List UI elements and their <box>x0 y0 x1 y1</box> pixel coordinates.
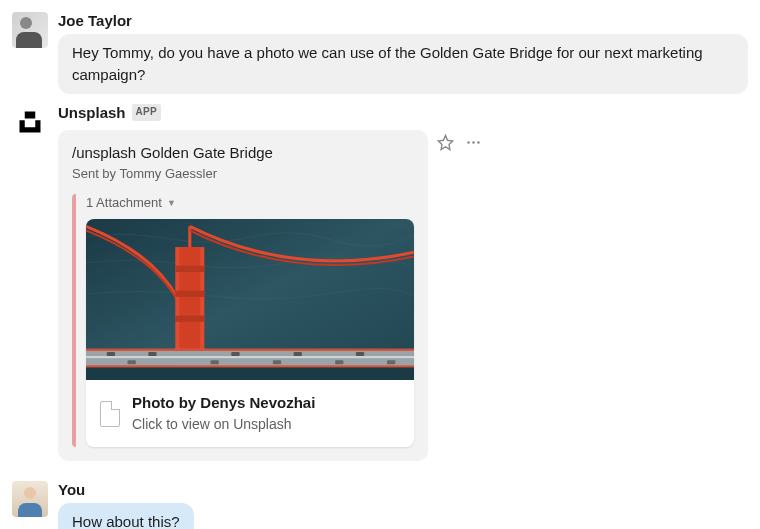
message-text: Hey Tommy, do you have a photo we can us… <box>58 34 748 94</box>
app-badge: APP <box>132 104 161 121</box>
chevron-down-icon: ▼ <box>167 197 176 210</box>
svg-rect-15 <box>356 352 364 356</box>
avatar-app[interactable] <box>12 104 48 140</box>
attachment-card: /unsplash Golden Gate Bridge Sent by Tom… <box>58 130 428 461</box>
photo-image <box>86 219 414 380</box>
star-icon[interactable] <box>436 134 454 152</box>
svg-rect-13 <box>231 352 239 356</box>
more-icon[interactable] <box>464 134 482 152</box>
sender-name: Unsplash <box>58 102 126 124</box>
message-joe: Joe Taylor Hey Tommy, do you have a phot… <box>12 10 748 94</box>
svg-point-24 <box>477 141 480 144</box>
svg-rect-16 <box>128 361 136 365</box>
message-app: Unsplash APP /unsplash Golden Gate Bridg… <box>12 102 748 461</box>
svg-rect-17 <box>211 361 219 365</box>
attachments-label: 1 Attachment <box>86 194 162 213</box>
message-text: How about this? <box>58 503 194 529</box>
svg-rect-0 <box>25 111 36 118</box>
unsplash-icon <box>16 108 44 136</box>
svg-rect-5 <box>175 291 204 297</box>
svg-rect-6 <box>175 316 204 322</box>
sender-name: You <box>58 479 748 501</box>
svg-rect-14 <box>294 352 302 356</box>
svg-rect-18 <box>273 361 281 365</box>
svg-point-22 <box>467 141 470 144</box>
photo-title: Photo by Denys Nevozhai <box>132 392 315 414</box>
svg-rect-3 <box>179 247 200 356</box>
avatar-joe[interactable] <box>12 12 48 48</box>
file-icon <box>100 401 120 427</box>
svg-rect-11 <box>107 352 115 356</box>
photo-attachment[interactable]: Photo by Denys Nevozhai Click to view on… <box>86 219 414 446</box>
svg-rect-12 <box>148 352 156 356</box>
svg-rect-9 <box>86 366 414 368</box>
message-actions <box>436 130 482 152</box>
attachments-toggle[interactable]: 1 Attachment ▼ <box>86 194 414 213</box>
svg-rect-20 <box>387 361 395 365</box>
photo-subtitle: Click to view on Unsplash <box>132 414 315 434</box>
svg-rect-4 <box>175 266 204 272</box>
card-title: /unsplash Golden Gate Bridge <box>72 142 414 164</box>
svg-point-23 <box>472 141 475 144</box>
card-subtitle: Sent by Tommy Gaessler <box>72 165 414 184</box>
svg-rect-10 <box>86 356 414 358</box>
svg-rect-19 <box>335 361 343 365</box>
svg-rect-21 <box>86 368 414 381</box>
svg-rect-8 <box>86 349 414 351</box>
avatar-you[interactable] <box>12 481 48 517</box>
message-you: You How about this? <box>12 479 748 529</box>
sender-name: Joe Taylor <box>58 10 748 32</box>
